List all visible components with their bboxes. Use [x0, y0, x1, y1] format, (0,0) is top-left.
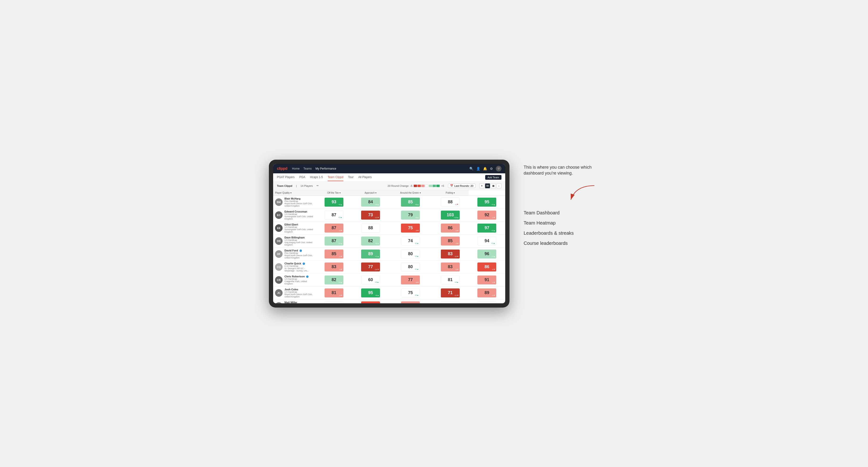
player-cell-4[interactable]: DFDavid Ford Plus HandicapRoyal North De… [273, 247, 316, 260]
metric-value-around-green: 81+4▲ [441, 276, 460, 284]
metric-value-quality: 87-3▼ [324, 224, 343, 232]
edit-icon[interactable]: ✏ [316, 184, 319, 187]
bell-icon[interactable]: 🔔 [483, 167, 487, 170]
metric-quality-5: 83-3▼ [316, 260, 352, 273]
option-leaderboards[interactable]: Leaderboards & streaks [524, 230, 599, 236]
player-name[interactable]: Charlie Quick [284, 262, 314, 265]
metric-change: -8▼ [492, 269, 495, 271]
metric-number: 60 [368, 277, 373, 282]
scale-red-strong [414, 185, 417, 187]
metric-number: 80 [408, 264, 413, 269]
table-container[interactable]: Player Quality ▾ Off the Tee ▾ Approach … [273, 190, 505, 303]
player-cell-5[interactable]: CQCharlie Quick 6-10 HandicapSt. George'… [273, 260, 316, 273]
metric-approach-1: 79+9▲ [389, 209, 432, 221]
user-icon[interactable]: 👤 [476, 167, 480, 170]
subnav-pga[interactable]: PGA [299, 174, 305, 181]
add-team-button[interactable]: Add Team [485, 175, 501, 180]
metric-value-putting: 89-2▼ [477, 288, 496, 298]
scale-red-mid [417, 185, 421, 187]
option-team-dashboard[interactable]: Team Dashboard [524, 210, 599, 216]
metric-around-green-5: 83-6▼ [432, 260, 468, 273]
metric-value-off-tee: 77-14▼ [361, 262, 380, 272]
metric-value-quality: 83-3▼ [324, 262, 343, 272]
player-avatar: MM [275, 302, 283, 303]
nav-teams[interactable]: Teams [303, 166, 312, 171]
grid-view-button[interactable] [485, 183, 490, 188]
subnav-tour[interactable]: Tour [348, 174, 353, 181]
player-cell-0[interactable]: BMBlair McHargPlus HandicapRoyal North D… [273, 195, 316, 209]
table-row: DBDave Billingham1-5 HandicapGog Magog G… [273, 235, 505, 247]
table-row: CRChris Robertson 1-5 HandicapCraigmilla… [273, 273, 505, 286]
col-player[interactable]: Player Quality ▾ [273, 190, 316, 196]
player-cell-3[interactable]: DBDave Billingham1-5 HandicapGog Magog G… [273, 235, 316, 247]
col-putting[interactable]: Putting ▾ [432, 190, 468, 196]
player-name[interactable]: David Ford [284, 249, 314, 252]
subnav-hcaps[interactable]: Hcaps 1-5 [310, 174, 323, 181]
scale-green-strong [436, 185, 440, 187]
subnav-pgat[interactable]: PGAT Players [277, 174, 294, 181]
player-name[interactable]: Josh Coles [284, 288, 314, 291]
heatmap-view-button[interactable]: ▦ [491, 183, 496, 188]
metric-number: 81 [332, 290, 336, 295]
list-view-button[interactable]: ≡ [479, 183, 485, 188]
player-name[interactable]: Chris Robertson [284, 275, 314, 278]
player-name[interactable]: Blair McHarg [284, 197, 314, 200]
player-name[interactable]: Elliot Ebert [284, 223, 314, 226]
option-course-leaderboards[interactable]: Course leaderboards [524, 241, 599, 246]
metric-quality-0: 93+9▲ [316, 195, 352, 209]
metric-value-off-tee: 82+4▲ [361, 237, 380, 246]
player-name[interactable]: Edward Crossman [284, 210, 314, 213]
subnav-all-players[interactable]: All Players [358, 174, 372, 181]
nav-my-performance[interactable]: My Performance [315, 166, 336, 171]
metric-number: 86 [485, 264, 489, 269]
col-off-tee[interactable]: Off the Tee ▾ [316, 190, 352, 196]
metric-change: +1▲ [491, 242, 495, 244]
scale-minus: -5 [410, 184, 412, 187]
player-cell-2[interactable]: EEElliot Ebert1-5 HandicapSunningdale Go… [273, 221, 316, 235]
metric-putting-1: 92-3▼ [469, 209, 505, 221]
metric-putting-6: 91-3▼ [469, 273, 505, 286]
player-cell-8[interactable]: MMMatt Miller6-10 HandicapWoburn Golf Cl… [273, 299, 316, 303]
player-handicap: 6-10 Handicap [284, 265, 314, 267]
metric-change: +1▲ [338, 216, 342, 218]
metric-value-putting: 95+9▲ [477, 198, 496, 207]
metric-number: 83 [332, 264, 336, 269]
user-avatar[interactable]: U [496, 166, 501, 172]
subnav-team-clippd[interactable]: Team Clippd [328, 174, 343, 181]
player-avatar: DB [275, 237, 283, 245]
col-approach[interactable]: Approach ▾ [352, 190, 389, 196]
player-name[interactable]: Dave Billingham [284, 236, 314, 239]
settings-icon[interactable]: ⚙ [490, 167, 493, 170]
download-button[interactable]: ↓ [496, 183, 501, 188]
player-cell-1[interactable]: ECEdward Crossman1-5 HandicapSunningdale… [273, 209, 316, 221]
metric-number: 84 [368, 199, 373, 205]
metric-value-quality: 87+4▲ [324, 237, 343, 246]
metric-approach-7: 75+2▲ [389, 286, 432, 299]
option-team-heatmap[interactable]: Team Heatmap [524, 220, 599, 226]
view-icons: ≡ ▦ ↓ [479, 183, 501, 188]
col-around-green[interactable]: Around the Green ▾ [389, 190, 432, 196]
metric-value-approach: 80+3▲ [401, 250, 420, 258]
last-rounds-value: 20 [470, 184, 473, 187]
metric-number: 80 [408, 251, 413, 256]
nav-home[interactable]: Home [292, 166, 300, 171]
table-row: EEElliot Ebert1-5 HandicapSunningdale Go… [273, 221, 505, 235]
player-cell-7[interactable]: JCJosh Coles1-5 HandicapRoyal North Devo… [273, 286, 316, 299]
metric-number: 81 [448, 277, 453, 282]
metric-quality-6: 82+3▲ [316, 273, 352, 286]
player-cell-6[interactable]: CRChris Robertson 1-5 HandicapCraigmilla… [273, 273, 316, 286]
player-name[interactable]: Matt Miller [284, 301, 314, 303]
metric-number: 75 [408, 225, 413, 230]
search-icon[interactable]: 🔍 [469, 167, 473, 170]
last-rounds-button[interactable]: 📅 Last Rounds: 20 [448, 184, 475, 188]
player-handicap: 1-5 Handicap [284, 226, 314, 228]
metric-change: -3▼ [339, 255, 342, 257]
metric-change: -14▼ [375, 269, 379, 271]
metric-change: +3▲ [415, 255, 418, 257]
metric-off-tee-8: 61-3▼ [352, 299, 389, 303]
metric-number: 94 [485, 239, 489, 243]
metric-value-around-green: 71-11▼ [441, 288, 460, 298]
player-info: Matt Miller6-10 HandicapWoburn Golf Club… [284, 301, 314, 303]
metric-number: 85 [332, 251, 336, 256]
metric-value-approach: 74+1▲ [401, 237, 420, 246]
